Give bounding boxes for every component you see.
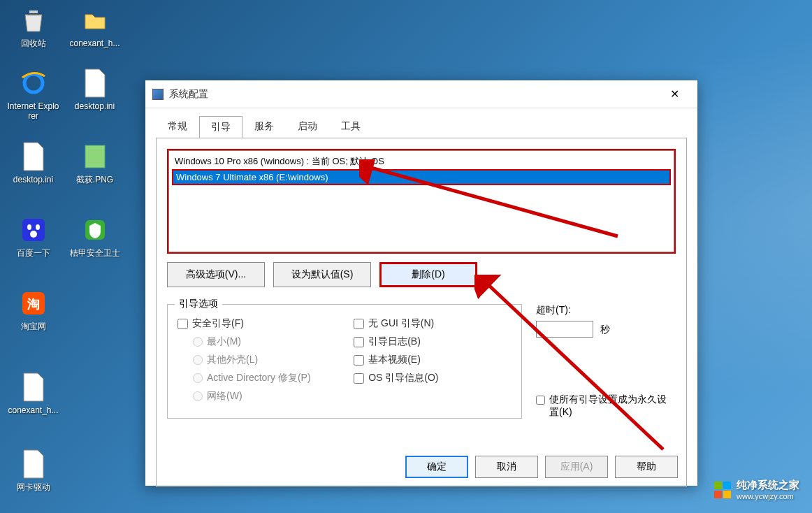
desktop-icon-taobao[interactable]: 淘 淘宝网 <box>7 287 59 331</box>
dialog-buttons: 确定 取消 应用(A) 帮助 <box>405 456 678 478</box>
group-label: 引导选项 <box>175 298 222 310</box>
desktop-icon-security[interactable]: 桔甲安全卫士 <box>68 213 121 258</box>
tab-boot[interactable]: 引导 <box>199 116 242 138</box>
svg-point-6 <box>30 231 37 238</box>
desktop-icon-ie[interactable]: Internet Explorer <box>7 66 59 122</box>
os-boot-info-checkbox[interactable]: OS 引导信息(O) <box>354 372 507 384</box>
file-icon <box>17 370 50 404</box>
desktop-icon-file3[interactable]: desktop.ini <box>7 140 59 185</box>
boot-list[interactable]: Windows 10 Pro x86 (\windows) : 当前 OS; 默… <box>168 150 674 252</box>
watermark-text: 纯净系统之家 <box>737 479 799 492</box>
boot-list-highlight: Windows 10 Pro x86 (\windows) : 当前 OS; 默… <box>167 149 676 254</box>
icon-label: desktop.ini <box>68 101 121 111</box>
desktop-icon-baidu[interactable]: 百度一下 <box>7 213 59 258</box>
ie-icon <box>17 66 50 100</box>
svg-text:淘: 淘 <box>27 297 40 311</box>
msconfig-window: 系统配置 ✕ 常规 引导 服务 启动 工具 Windows 10 Pro x86… <box>145 80 697 486</box>
icon-label: 网卡驱动 <box>7 482 59 492</box>
svg-point-5 <box>36 224 40 230</box>
timeout-input[interactable] <box>536 321 593 338</box>
radio-ad-repair[interactable]: Active Directory 修复(P) <box>193 372 351 384</box>
no-gui-checkbox[interactable]: 无 GUI 引导(N) <box>354 317 507 330</box>
baidu-icon <box>17 213 50 247</box>
svg-rect-3 <box>22 219 45 241</box>
timeout-label: 超时(T): <box>536 304 676 317</box>
png-icon <box>78 140 112 173</box>
icon-label: 桔甲安全卫士 <box>68 248 121 258</box>
radio-altshell[interactable]: 其他外壳(L) <box>193 354 351 366</box>
apply-button: 应用(A) <box>545 456 608 478</box>
windows-logo-icon <box>714 482 731 498</box>
recycle-bin-icon <box>17 3 50 37</box>
tab-general[interactable]: 常规 <box>156 115 199 138</box>
set-default-button[interactable]: 设为默认值(S) <box>273 262 371 287</box>
options-row: 引导选项 安全引导(F) 最小(M) 其他外壳(L) Active Direct… <box>167 304 676 419</box>
tabs: 常规 引导 服务 启动 工具 <box>145 115 697 138</box>
boot-options-group: 引导选项 安全引导(F) 最小(M) 其他外壳(L) Active Direct… <box>167 304 522 419</box>
watermark: 纯净系统之家 www.ycwjzy.com <box>714 479 799 500</box>
window-title: 系统配置 <box>169 88 659 101</box>
boot-log-checkbox[interactable]: 引导日志(B) <box>354 335 507 348</box>
boot-entry-1[interactable]: Windows 7 Ultimate x86 (E:\windows) <box>172 169 671 185</box>
close-button[interactable]: ✕ <box>659 84 690 105</box>
watermark-url: www.ycwjzy.com <box>737 492 799 500</box>
tab-tools[interactable]: 工具 <box>329 115 372 138</box>
desktop-icon-file2[interactable]: desktop.ini <box>68 66 121 111</box>
boot-tab-content: Windows 10 Pro x86 (\windows) : 当前 OS; 默… <box>156 138 687 487</box>
safe-boot-checkbox[interactable]: 安全引导(F) <box>177 317 351 330</box>
boot-entry-0[interactable]: Windows 10 Pro x86 (\windows) : 当前 OS; 默… <box>172 154 671 169</box>
tab-startup[interactable]: 启动 <box>286 115 329 138</box>
svg-rect-2 <box>85 145 105 168</box>
right-panel: 超时(T): 秒 使所有引导设置成为永久设置(K) <box>522 304 676 419</box>
taobao-icon: 淘 <box>17 287 50 320</box>
icon-label: 淘宝网 <box>7 321 59 331</box>
help-button[interactable]: 帮助 <box>615 456 678 478</box>
app-icon <box>152 89 164 100</box>
base-video-checkbox[interactable]: 基本视频(E) <box>354 354 507 366</box>
icon-label: conexant_h... <box>68 38 121 48</box>
cancel-button[interactable]: 取消 <box>475 456 538 478</box>
desktop-icon-networkdriver[interactable]: 网卡驱动 <box>7 447 59 492</box>
icon-label: desktop.ini <box>7 175 59 185</box>
file-icon <box>78 66 112 100</box>
svg-rect-0 <box>29 10 38 13</box>
file-icon <box>17 140 50 173</box>
boot-btn-row: 高级选项(V)... 设为默认值(S) 删除(D) <box>167 262 676 287</box>
shield-icon <box>78 213 112 247</box>
titlebar[interactable]: 系统配置 ✕ <box>145 80 697 108</box>
ok-button[interactable]: 确定 <box>405 456 468 478</box>
radio-minimal[interactable]: 最小(M) <box>193 335 351 348</box>
svg-point-4 <box>27 224 31 230</box>
delete-button[interactable]: 删除(D) <box>379 262 477 287</box>
desktop-icon-file[interactable]: conexant_h... <box>68 3 121 48</box>
seconds-label: 秒 <box>600 324 610 335</box>
icon-label: Internet Explorer <box>7 101 59 122</box>
icon-label: 回收站 <box>7 38 59 48</box>
file-icon <box>17 447 50 481</box>
tab-services[interactable]: 服务 <box>242 115 286 138</box>
advanced-options-button[interactable]: 高级选项(V)... <box>167 262 265 287</box>
icon-label: 百度一下 <box>7 248 59 258</box>
icon-label: 截获.PNG <box>68 175 121 185</box>
desktop-icon-png[interactable]: 截获.PNG <box>68 140 121 185</box>
icon-label: conexant_h... <box>7 405 59 415</box>
svg-point-1 <box>24 74 43 92</box>
desktop-icon-recycle-bin[interactable]: 回收站 <box>7 3 59 48</box>
desktop-icon-file4[interactable]: conexant_h... <box>7 370 59 415</box>
radio-network[interactable]: 网络(W) <box>193 390 351 403</box>
permanent-checkbox[interactable]: 使所有引导设置成为永久设置(K) <box>536 393 676 419</box>
folder-icon <box>78 3 112 37</box>
